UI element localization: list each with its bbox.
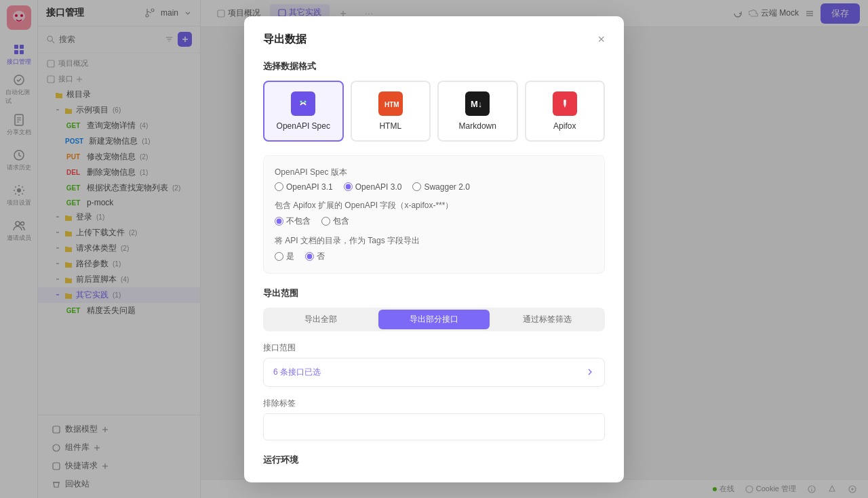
markdown-icon: M↓ [465,91,490,116]
version-radio-group: OpenAPI 3.1 OpenAPI 3.0 Swagger 2.0 [275,182,593,192]
tags-radio-group: 是 否 [275,251,593,262]
export-modal: 导出数据 × 选择数据格式 OpenAPI Spec [244,16,624,482]
modal-title: 导出数据 [263,33,307,47]
radio-no-fields[interactable]: 不包含 [275,215,311,227]
markdown-label: Markdown [459,121,496,131]
radio-tags-yes[interactable]: 是 [275,251,294,262]
svg-text:HTML: HTML [384,101,399,108]
config-tags-row: 将 API 文档的目录，作为 Tags 字段导出 是 否 [275,235,593,262]
apifox-icon [553,91,577,116]
svg-point-52 [300,100,302,102]
openapi-icon [291,91,315,116]
config-version-label: OpenAPI Spec 版本 [275,167,593,178]
config-apifox-fields-row: 包含 Apifox 扩展的 OpenAPI 字段（x-apifox-***） 不… [275,200,593,227]
radio-tags-no[interactable]: 否 [305,251,325,262]
radio-v30[interactable]: OpenAPI 3.0 [344,182,402,192]
exclude-tags-input[interactable] [263,413,605,440]
modal-overlay: 导出数据 × 选择数据格式 OpenAPI Spec [0,0,868,498]
config-tags-label: 将 API 文档的目录，作为 Tags 字段导出 [275,235,593,247]
apifox-fields-radio-group: 不包含 包含 [275,215,593,227]
format-card-markdown[interactable]: M↓ Markdown [437,81,518,142]
modal-close-button[interactable]: × [597,33,605,45]
radio-v31[interactable]: OpenAPI 3.1 [275,182,333,192]
format-card-html[interactable]: HTML HTML [351,81,431,142]
format-section-title: 选择数据格式 [263,60,605,72]
svg-point-51 [298,98,309,109]
run-env-label: 运行环境 [263,454,605,466]
interface-range-selector[interactable]: 6 条接口已选 [263,358,605,387]
range-tab-partial[interactable]: 导出部分接口 [378,310,490,329]
exclude-tags-section: 排除标签 [263,398,605,440]
config-apifox-fields-label: 包含 Apifox 扩展的 OpenAPI 字段（x-apifox-***） [275,200,593,211]
format-card-apifox[interactable]: Apifox [525,81,606,142]
svg-point-59 [564,100,566,102]
format-card-openapi[interactable]: OpenAPI Spec [263,81,344,142]
exclude-tags-label: 排除标签 [263,398,605,409]
radio-swagger2[interactable]: Swagger 2.0 [412,182,469,192]
html-label: HTML [379,121,401,131]
app-container: 接口管理 自动化测试 分享文档 请求历史 项目设置 邀请成员 接口管理 main [0,0,868,498]
openapi-label: OpenAPI Spec [277,121,330,131]
range-tab-tag[interactable]: 通过标签筛选 [491,310,603,329]
svg-text:M↓: M↓ [471,99,482,109]
range-tabs: 导出全部 导出部分接口 通过标签筛选 [263,308,605,331]
radio-yes-fields[interactable]: 包含 [321,215,349,227]
format-grid: OpenAPI Spec HTML HTML [263,81,605,142]
svg-point-53 [304,100,307,102]
chevron-right-icon [585,367,595,377]
range-tab-all[interactable]: 导出全部 [265,310,377,329]
modal-header: 导出数据 × [263,33,605,47]
export-range-title: 导出范围 [263,287,605,299]
apifox-label: Apifox [553,121,576,131]
openapi-config: OpenAPI Spec 版本 OpenAPI 3.1 OpenAPI 3.0 [263,155,605,274]
config-version-row: OpenAPI Spec 版本 OpenAPI 3.1 OpenAPI 3.0 [275,167,593,192]
run-env-section: 运行环境 [263,454,605,466]
interface-range-label: 接口范围 [263,342,605,354]
html-icon: HTML [378,91,403,116]
